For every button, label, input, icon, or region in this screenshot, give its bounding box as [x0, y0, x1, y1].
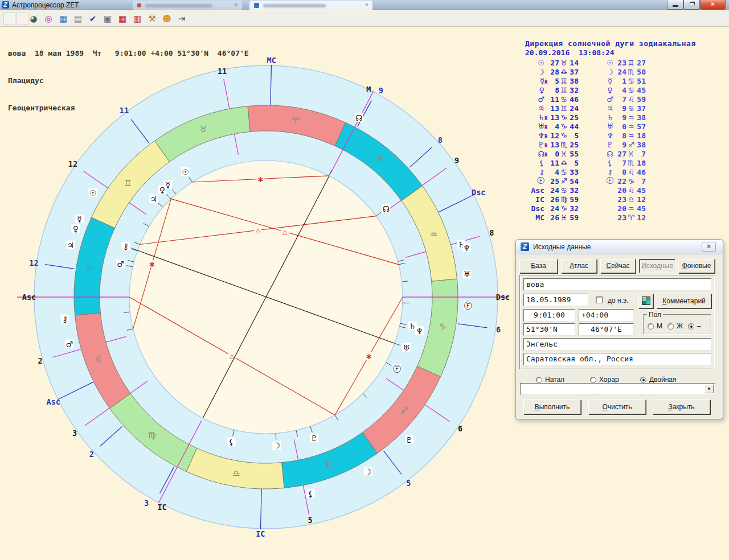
- zodiac-sign-icon: ♒: [430, 229, 437, 240]
- timezone-field[interactable]: +04:00: [579, 309, 634, 322]
- restore-button[interactable]: [683, 0, 700, 10]
- tab-Сейчас[interactable]: Сейчас: [600, 259, 636, 273]
- main-toolbar: ◕◎▦▤✔▣▦▥⚒☻⇥: [0, 11, 729, 27]
- latitude-field[interactable]: 51°30'N: [523, 323, 575, 336]
- angle-label: Asc: [525, 186, 544, 195]
- charttype-radio-Натал[interactable]: [536, 377, 542, 383]
- natal-cusp-label-6: 6: [458, 424, 462, 433]
- directed-degrees: 23: [616, 59, 626, 67]
- tab-База[interactable]: База: [519, 259, 558, 273]
- natal-degrees: 24: [549, 186, 559, 195]
- natal-minutes: 54: [568, 177, 579, 186]
- longitude-field[interactable]: 46°07'E: [579, 323, 634, 336]
- planet-glyph: Ⓕ: [525, 176, 544, 186]
- natal-degrees: 12: [549, 131, 559, 140]
- directed-sign-icon: ♏: [626, 68, 636, 76]
- retrograde-flag: R: [544, 79, 549, 85]
- toolbar-empty-slot: [3, 13, 15, 24]
- close-dialog-button[interactable]: Закрыть: [653, 400, 710, 414]
- retrograde-flag: R: [544, 152, 549, 158]
- natal-node-glyph: ☊: [383, 204, 390, 213]
- minimize-button[interactable]: [667, 0, 683, 10]
- date-field[interactable]: 18.05.1989: [523, 294, 588, 306]
- zodiac-sign-icon: ♏: [325, 460, 333, 470]
- angle-label: IC: [525, 195, 544, 204]
- natal-cusp-label-Asc: Asc: [22, 293, 36, 302]
- time-field[interactable]: 9:01:00: [523, 309, 575, 322]
- gender-radio-Ж[interactable]: [667, 323, 674, 330]
- planet-glyph: ☊: [525, 150, 544, 158]
- directed-sign-icon: ♒: [626, 113, 636, 122]
- clear-button[interactable]: Очистить: [588, 400, 646, 414]
- directed-sign-icon: ♑: [626, 177, 636, 186]
- name-field[interactable]: вова: [523, 278, 711, 291]
- natal-cusp-label-M: M: [366, 85, 371, 94]
- natal-degrees: 4: [549, 168, 559, 176]
- natal-cusp-label-8: 8: [489, 228, 494, 237]
- zodiac-sign-icon: ♋: [85, 262, 93, 273]
- directed-sign-icon: ♒: [626, 204, 636, 213]
- comment-button[interactable]: Комментарий: [657, 294, 711, 308]
- aspect-sextile-icon: ∗: [366, 352, 372, 361]
- natal-degrees: 0: [549, 150, 559, 158]
- pen-check-icon[interactable]: ✔: [87, 13, 99, 25]
- dropdown-arrow-icon[interactable]: ▼: [705, 385, 714, 393]
- directed-sign-icon: ♎: [626, 195, 636, 204]
- tab-close-icon[interactable]: ×: [235, 1, 238, 8]
- table-icon[interactable]: ▦: [57, 13, 69, 25]
- gender-option-label: –: [697, 322, 701, 330]
- charttype-radio-Двойная[interactable]: [640, 377, 646, 383]
- natal-sign-icon: ♑: [559, 113, 568, 122]
- panel-title: Дирекция солнечной дуги зодиакальная: [525, 39, 696, 48]
- charttype-option-label: Хорар: [599, 376, 619, 384]
- directed-planet-glyph: ☽: [604, 68, 616, 76]
- calendar-events-icon[interactable]: ▦: [116, 13, 129, 25]
- directed-degrees: 1: [616, 77, 626, 85]
- natal-minutes: 5: [568, 159, 579, 167]
- region-field[interactable]: Саратовская обл., Россия: [523, 353, 711, 365]
- bc-checkbox[interactable]: [596, 297, 603, 303]
- planet-row: ⚸11♎5⚸7♏18: [525, 158, 696, 167]
- document-icon[interactable]: ▤: [72, 13, 84, 25]
- directed-degrees: 24: [616, 68, 626, 76]
- close-button[interactable]: ×: [700, 0, 726, 10]
- user-book-icon[interactable]: ☻: [161, 13, 173, 25]
- natal-minutes: 32: [568, 186, 579, 195]
- directed-planet-glyph: ♃: [604, 104, 616, 113]
- tab-Атлас[interactable]: Атлас: [561, 259, 597, 273]
- natal-mars-glyph: ♂: [117, 260, 124, 269]
- city-field[interactable]: Энгельс: [523, 338, 711, 351]
- directed-degrees: 9: [616, 141, 626, 149]
- dialog-logo-icon: Z: [521, 242, 529, 251]
- tab-Исходные[interactable]: Исходные: [639, 259, 675, 273]
- directed-minutes: 51: [636, 77, 646, 85]
- directed-node-glyph: ☊: [355, 113, 362, 122]
- gender-radio-–[interactable]: [688, 323, 694, 330]
- gender-radio-М[interactable]: [648, 323, 654, 330]
- method-dropdown[interactable]: Дирекция солнечной дуги зодиакальная ▼: [520, 383, 715, 395]
- calendar-frame-icon[interactable]: ▥: [131, 13, 144, 25]
- tab-Фоновые[interactable]: Фоновые: [678, 259, 715, 273]
- copy-page-icon[interactable]: ▣: [101, 13, 114, 25]
- clock-globe-icon[interactable]: ◕: [27, 13, 40, 25]
- chart-wheel-icon[interactable]: ◎: [42, 13, 55, 25]
- tools-icon[interactable]: ⚒: [146, 13, 158, 25]
- charttype-option-label: Двойная: [649, 376, 677, 384]
- dialog-close-icon[interactable]: ×: [702, 242, 716, 252]
- directed-mercury-glyph: ☿: [77, 215, 82, 224]
- tab-title-blur: [263, 4, 326, 7]
- charttype-radio-Хорар[interactable]: [590, 377, 596, 383]
- directed-sign-icon: ♓: [626, 150, 636, 158]
- exit-door-icon[interactable]: ⇥: [175, 13, 188, 25]
- natal-cusp-label-5: 5: [308, 516, 312, 525]
- atlas-picker-button[interactable]: [638, 294, 653, 308]
- directed-degrees: 7: [616, 159, 626, 167]
- natal-degrees: 26: [549, 195, 559, 204]
- directed-degrees: 7: [616, 95, 626, 104]
- natal-degrees: 11: [549, 95, 559, 104]
- window-titlebar: Z Астропроцессор ZET × × ×: [0, 0, 729, 10]
- tab-close-icon[interactable]: ×: [365, 1, 368, 8]
- execute-button[interactable]: Выполнить: [523, 400, 581, 414]
- directed-cusp-label-Asc: Asc: [47, 397, 60, 406]
- natal-sign-icon: ♑: [559, 204, 568, 213]
